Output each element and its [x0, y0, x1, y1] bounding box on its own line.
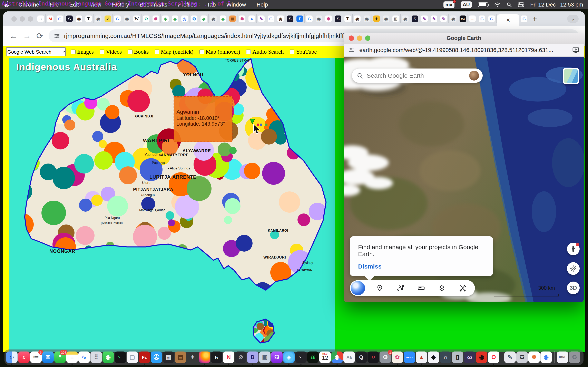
pinned-tab-omega-11[interactable]: Ω: [141, 14, 151, 23]
dock-bbedit[interactable]: B: [247, 351, 259, 363]
dock-system-settings[interactable]: ⚙1: [380, 351, 391, 363]
dock-finder[interactable]: ☺: [6, 351, 17, 363]
close-tab-icon[interactable]: ✕: [506, 17, 510, 24]
pinned-tab-paint-40[interactable]: ✎: [420, 14, 429, 23]
pinned-tab-chrome-43[interactable]: ◉: [449, 14, 458, 23]
checkbox-images-input[interactable]: [71, 50, 76, 54]
dock-cmake[interactable]: ▲: [416, 351, 427, 363]
pinned-tab-chrome-36[interactable]: ◉: [381, 14, 391, 23]
pinned-tab-dot-33[interactable]: ◉: [353, 14, 362, 23]
dock-terminal-2[interactable]: >_: [295, 351, 307, 363]
pinned-tab-ms-37[interactable]: ⊞: [391, 14, 401, 23]
checkbox-map-onhover--input[interactable]: [199, 50, 204, 54]
pegman-button[interactable]: [567, 243, 580, 255]
dock-quicktime[interactable]: Q: [355, 351, 367, 363]
dock-photos[interactable]: ✽: [528, 351, 540, 363]
ge-search-input[interactable]: [367, 72, 466, 79]
pinned-tab-earth-22[interactable]: ●: [247, 14, 257, 23]
dock-chrome-alt[interactable]: ◉: [540, 351, 552, 363]
pinned-tab-google-2[interactable]: G: [55, 14, 65, 23]
pinned-tab-dots-12[interactable]: ✺: [151, 14, 161, 23]
close-window-button[interactable]: [349, 35, 354, 41]
pinned-tab-paint-23[interactable]: ✎: [257, 14, 266, 23]
active-tab[interactable]: ✕: [497, 14, 519, 26]
search-engine-select[interactable]: Google Web Search: [6, 47, 66, 56]
pinned-tab-google-8[interactable]: G: [113, 14, 122, 23]
ge-satellite-view[interactable]: Find and manage all your projects in Goo…: [344, 57, 584, 302]
checkbox-map-onhover-[interactable]: Map (onhover): [199, 49, 240, 55]
pinned-tab-gmail-1[interactable]: M: [45, 14, 55, 23]
my-location-button[interactable]: [567, 262, 580, 275]
checkbox-map-onclick-[interactable]: Map (onclick): [155, 49, 193, 55]
pinned-tab-chrome-38[interactable]: ◉: [401, 14, 410, 23]
checkbox-youtube-input[interactable]: [290, 50, 294, 54]
pinned-tab-google-last[interactable]: G: [519, 14, 529, 23]
checkbox-audio-search-input[interactable]: [246, 50, 251, 54]
dock-mail[interactable]: ✉: [42, 351, 54, 363]
menubar-clock[interactable]: Fri 12 Dec12:53 pm: [530, 2, 583, 8]
dock-preview-doc[interactable]: ▢: [127, 351, 138, 363]
minimize-window-button[interactable]: [20, 16, 25, 22]
pinned-tab-clock-15[interactable]: ◷: [180, 14, 190, 23]
dock-accessibility[interactable]: ✪: [516, 351, 528, 363]
pinned-tab-pin-13[interactable]: ◈: [161, 14, 170, 23]
dock-zoom[interactable]: zoom: [404, 351, 415, 363]
forward-button[interactable]: →: [23, 31, 31, 41]
pinned-tab-stack-45[interactable]: ≡: [468, 14, 477, 23]
projects-globe-button[interactable]: [351, 281, 365, 295]
pinned-tab-paint-42[interactable]: ✎: [439, 14, 449, 23]
indigenous-australia-imagemap[interactable]: Agwamin Latitude: -18.0010° Longitude: 1…: [9, 58, 335, 352]
pinned-tab-sub-3[interactable]: S: [65, 14, 74, 23]
pinned-tab-sbs-35[interactable]: ✦: [372, 14, 381, 23]
checkbox-videos-input[interactable]: [100, 50, 104, 54]
pinned-tab-google-24[interactable]: G: [266, 14, 276, 23]
spotlight-icon[interactable]: [507, 2, 512, 7]
pinned-tab-chrome-6[interactable]: ◉: [94, 14, 103, 23]
dock-cat-app[interactable]: ω: [464, 351, 475, 363]
dock-chrome[interactable]: ◉: [331, 351, 343, 363]
styling-tools-button[interactable]: [457, 282, 469, 294]
pinned-tab-load-0[interactable]: ◌: [36, 14, 45, 23]
pinned-tab-chrome-9[interactable]: ◉: [122, 14, 132, 23]
dock-safari[interactable]: ◈: [283, 351, 295, 363]
pinned-tab-code-44[interactable]: (A): [458, 14, 468, 23]
reload-button[interactable]: ⟳: [36, 31, 43, 41]
pinned-tab-sub-26[interactable]: S: [285, 14, 295, 23]
pinned-tab-google-46[interactable]: G: [477, 14, 487, 23]
ge-address-bar[interactable]: earth.google.com/web/@-19.41990588,146.1…: [344, 44, 584, 57]
pinned-tab-wiki-10[interactable]: W: [132, 14, 141, 23]
wifi-icon[interactable]: [494, 2, 501, 7]
dock-postgres[interactable]: ∩: [440, 351, 451, 363]
dock-preview-img[interactable]: ▣: [259, 351, 270, 363]
pinned-tab-sub-31[interactable]: S: [333, 14, 343, 23]
minimize-window-button[interactable]: [357, 35, 362, 41]
dock-podcasts[interactable]: ☊: [271, 351, 283, 363]
install-app-icon[interactable]: [572, 47, 579, 53]
placemark-button[interactable]: [374, 282, 386, 294]
checkbox-books[interactable]: Books: [128, 49, 149, 55]
checkbox-videos[interactable]: Videos: [100, 49, 122, 55]
zoom-window-button[interactable]: [28, 16, 33, 22]
dock-terminal[interactable]: >_: [114, 351, 126, 363]
dock-iphone-mirroring[interactable]: ▯: [452, 351, 463, 363]
dock-textedit[interactable]: Aa: [343, 351, 355, 363]
pinned-tab-check-7[interactable]: ✓: [103, 14, 113, 23]
pinned-tab-chrome-34[interactable]: ◉: [362, 14, 372, 23]
dock-freeform[interactable]: ∿: [78, 351, 90, 363]
control-center-icon[interactable]: [518, 2, 524, 7]
pinned-tab-chrome-18[interactable]: ◉: [209, 14, 218, 23]
site-settings-icon[interactable]: [54, 33, 60, 39]
checkbox-map-onclick--input[interactable]: [155, 50, 159, 54]
pinned-tab-nyt-32[interactable]: T: [343, 14, 353, 23]
checkbox-audio-search[interactable]: Audio Search: [246, 49, 284, 55]
dock-keychain[interactable]: ✦: [187, 351, 198, 363]
pinned-tab-fb-27[interactable]: f: [295, 14, 305, 23]
dock-notes[interactable]: ≡: [66, 351, 78, 363]
pinned-tab-dots-21[interactable]: ✺: [237, 14, 247, 23]
dock-keypad[interactable]: ▦: [163, 351, 174, 363]
dock-news[interactable]: N: [223, 351, 234, 363]
measure-button[interactable]: [415, 282, 427, 294]
checkbox-youtube[interactable]: YouTube: [290, 49, 317, 55]
dock-app-store[interactable]: Ⓐ: [151, 351, 162, 363]
draw-path-button[interactable]: [394, 282, 406, 294]
